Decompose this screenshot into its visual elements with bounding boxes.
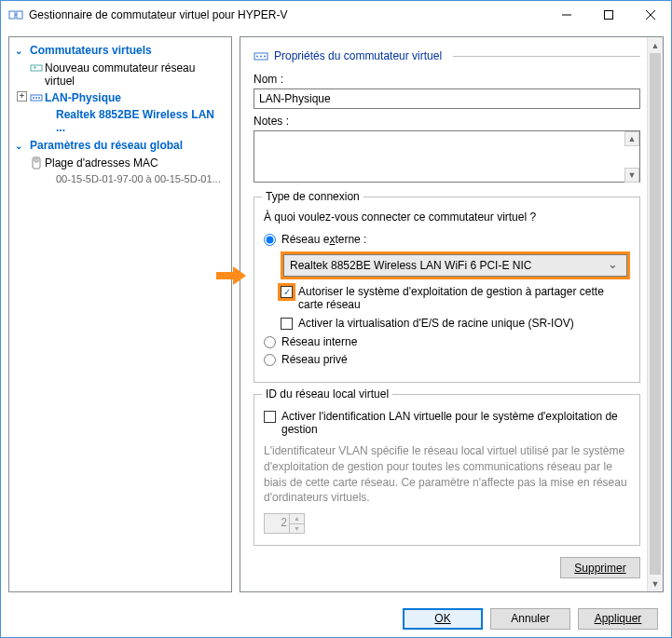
tree-item-label: LAN-Physique: [45, 91, 121, 104]
new-switch-icon: +: [30, 61, 43, 75]
share-os-label: Autoriser le système d'exploitation de g…: [298, 285, 630, 311]
tree-heading-label: Paramètres du réseau global: [30, 139, 183, 152]
svg-point-18: [260, 56, 262, 58]
spin-up-icon: ▲: [289, 514, 304, 523]
spinner-buttons: ▲ ▼: [289, 514, 304, 533]
body: ⌄ Commutateurs virtuels + Nouveau commut…: [1, 29, 671, 600]
content-scrollbar[interactable]: ▲ ▼: [647, 37, 663, 591]
tree-item-mac-range[interactable]: Plage d'adresses MAC: [11, 155, 229, 171]
sriov-checkbox-row[interactable]: Activer la virtualisation d'E/S de racin…: [281, 317, 630, 330]
mac-icon: [30, 156, 43, 170]
switch-icon: [254, 48, 268, 63]
scroll-down-icon[interactable]: ▼: [624, 168, 639, 183]
adapter-select[interactable]: Realtek 8852BE Wireless LAN WiFi 6 PCI-E…: [283, 254, 627, 277]
sriov-info-row: i SR-IOV ne peut être configuré que lors…: [254, 588, 640, 591]
scroll-up-icon[interactable]: ▲: [648, 37, 663, 53]
radio-external-input[interactable]: [264, 234, 276, 246]
vlan-group: ID du réseau local virtuel Activer l'ide…: [254, 394, 640, 546]
svg-point-10: [33, 97, 34, 99]
apply-button[interactable]: Appliquer: [578, 608, 658, 630]
svg-point-17: [256, 56, 258, 58]
tree-item-label: Plage d'adresses MAC: [45, 156, 158, 170]
notes-label: Notes :: [254, 115, 640, 128]
scroll-down-icon[interactable]: ▼: [648, 576, 663, 591]
content-panel: Propriétés du commutateur virtuel Nom : …: [240, 36, 664, 592]
svg-point-11: [35, 97, 37, 99]
group-legend: Type de connexion: [262, 190, 363, 203]
window-buttons: [545, 1, 671, 29]
app-icon: [8, 7, 23, 22]
tree-heading-label: Commutateurs virtuels: [30, 44, 152, 57]
virtual-switch-manager-window: Gestionnaire de commutateur virtuel pour…: [0, 0, 672, 638]
svg-rect-1: [17, 11, 22, 19]
vlan-enable-checkbox-row[interactable]: Activer l'identification LAN virtuelle p…: [264, 410, 630, 436]
checkbox-icon[interactable]: ✓: [281, 286, 293, 298]
name-label: Nom :: [254, 73, 640, 86]
radio-internal-label: Réseau interne: [281, 335, 357, 348]
section-title-label: Propriétés du commutateur virtuel: [274, 49, 442, 62]
divider: [453, 56, 640, 57]
titlebar: Gestionnaire de commutateur virtuel pour…: [1, 1, 671, 29]
sidebar: ⌄ Commutateurs virtuels + Nouveau commut…: [8, 36, 232, 592]
name-input[interactable]: [254, 88, 640, 109]
radio-private[interactable]: Réseau privé: [264, 353, 630, 366]
radio-external-label: Réseau externe :: [281, 233, 366, 246]
tree-item-new-switch[interactable]: + Nouveau commutateur réseau virtuel: [11, 60, 229, 89]
tree-item-label: Nouveau commutateur réseau virtuel: [45, 61, 224, 88]
checkbox-icon[interactable]: [264, 411, 276, 423]
vlan-id-spinner: 2 ▲ ▼: [264, 513, 305, 534]
tree-item-lan[interactable]: + LAN-Physique: [11, 89, 229, 106]
spin-down-icon: ▼: [289, 523, 304, 534]
tree-item-label: 00-15-5D-01-97-00 à 00-15-5D-01...: [56, 173, 221, 184]
vlan-enable-label: Activer l'identification LAN virtuelle p…: [281, 410, 630, 436]
vlan-description: L'identificateur VLAN spécifie le réseau…: [264, 443, 630, 506]
tree-heading-switches[interactable]: ⌄ Commutateurs virtuels: [11, 41, 229, 60]
delete-button[interactable]: Supprimer: [560, 557, 640, 578]
svg-point-19: [264, 56, 266, 58]
radio-internal-input[interactable]: [264, 336, 276, 348]
collapse-icon: ⌄: [15, 46, 22, 56]
window-title: Gestionnaire de commutateur virtuel pour…: [29, 8, 545, 21]
expand-icon[interactable]: +: [17, 91, 27, 102]
radio-private-input[interactable]: [264, 354, 276, 366]
cancel-button[interactable]: Annuler: [490, 608, 570, 630]
connection-prompt: À quoi voulez-vous connecter ce commutat…: [264, 210, 630, 224]
dialog-footer: OK Annuler Appliquer: [1, 600, 671, 637]
tree-item-label: Realtek 8852BE Wireless LAN ...: [56, 108, 224, 134]
radio-internal[interactable]: Réseau interne: [264, 335, 630, 348]
section-header: Propriétés du commutateur virtuel: [254, 48, 640, 63]
maximize-button[interactable]: [587, 1, 629, 29]
radio-external[interactable]: Réseau externe :: [264, 233, 630, 246]
connection-type-group: Type de connexion À quoi voulez-vous con…: [254, 197, 640, 383]
svg-rect-4: [604, 11, 612, 20]
content-scroll: Propriétés du commutateur virtuel Nom : …: [240, 37, 663, 591]
minimize-button[interactable]: [545, 1, 587, 29]
ok-button[interactable]: OK: [403, 608, 483, 630]
checkbox-icon[interactable]: [281, 318, 293, 330]
delete-row: Supprimer: [254, 557, 640, 578]
svg-text:+: +: [33, 63, 37, 72]
group-legend: ID du réseau local virtuel: [262, 387, 392, 400]
radio-private-label: Réseau privé: [281, 353, 348, 366]
svg-rect-0: [9, 11, 15, 19]
tree-item-mac-range-value: 00-15-5D-01-97-00 à 00-15-5D-01...: [11, 171, 229, 186]
collapse-icon: ⌄: [15, 141, 22, 151]
adapter-select-highlight: Realtek 8852BE Wireless LAN WiFi 6 PCI-E…: [281, 251, 630, 279]
close-button[interactable]: [629, 1, 671, 29]
vlan-id-value: 2: [281, 516, 287, 529]
tree-item-lan-adapter[interactable]: Realtek 8852BE Wireless LAN ...: [11, 106, 229, 136]
notes-textarea[interactable]: [254, 130, 640, 183]
svg-point-12: [38, 97, 40, 99]
switch-icon: [30, 91, 43, 104]
svg-point-14: [34, 158, 39, 163]
sriov-label: Activer la virtualisation d'E/S de racin…: [298, 317, 574, 330]
scrollbar-thumb[interactable]: [650, 53, 661, 575]
share-os-checkbox-row[interactable]: ✓ Autoriser le système d'exploitation de…: [281, 285, 630, 311]
scroll-up-icon[interactable]: ▲: [624, 131, 639, 146]
tree-heading-global[interactable]: ⌄ Paramètres du réseau global: [11, 136, 229, 155]
